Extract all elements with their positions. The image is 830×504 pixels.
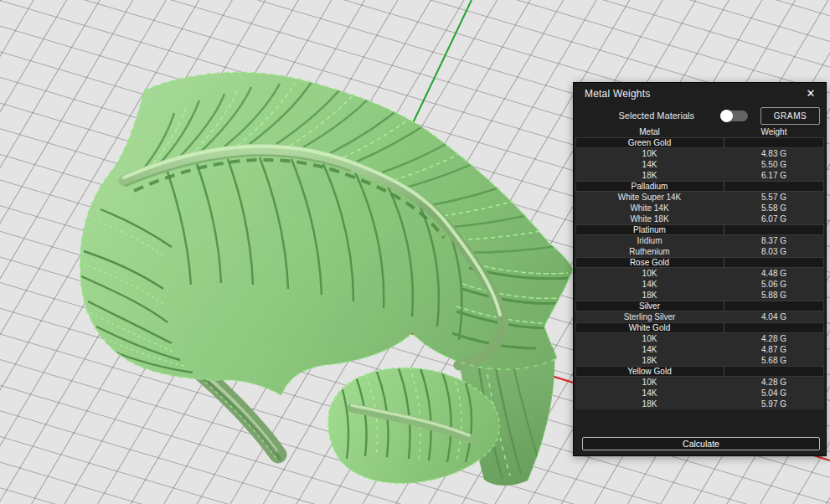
metal-table-body: Green Gold10K4.83 G14K5.50 G18K6.17 GPal… — [575, 137, 824, 409]
metal-group-header: Palladium — [575, 181, 824, 192]
metal-weights-table: Metal Weight Green Gold10K4.83 G14K5.50 … — [575, 126, 824, 409]
metal-row: 18K6.17 G — [575, 170, 824, 181]
units-button[interactable]: GRAMS — [760, 107, 820, 125]
metal-row: 18K5.97 G — [575, 399, 824, 409]
panel-header: Metal Weights ✕ — [574, 83, 826, 105]
column-header-metal: Metal — [575, 126, 724, 137]
metal-row: 10K4.28 G — [575, 333, 824, 344]
metal-row: Iridium8.37 G — [575, 235, 824, 246]
table-header-row: Metal Weight — [575, 126, 824, 137]
metal-group-header: Yellow Gold — [575, 366, 824, 377]
metal-row: 10K4.28 G — [575, 377, 824, 388]
metal-row: 14K5.50 G — [575, 159, 824, 170]
metal-row: White 18K6.07 G — [575, 213, 824, 224]
metal-row: Sterling Silver4.04 G — [575, 311, 824, 322]
metal-row: 18K5.68 G — [575, 355, 824, 366]
metal-row: White 14K5.58 G — [575, 203, 824, 213]
metal-row: 14K5.06 G — [575, 279, 824, 290]
metal-row: 14K5.04 G — [575, 388, 824, 399]
toggle-knob — [720, 110, 733, 122]
metal-row: 18K5.88 G — [575, 290, 824, 301]
panel-controls: Selected Materials GRAMS — [574, 105, 826, 126]
panel-title: Metal Weights — [585, 88, 803, 100]
calculate-button[interactable]: Calculate — [582, 437, 820, 450]
metal-group-header: Silver — [575, 301, 824, 311]
metal-group-header: White Gold — [575, 322, 824, 333]
metal-row: Ruthenium8.03 G — [575, 246, 824, 257]
close-icon[interactable]: ✕ — [803, 86, 818, 101]
metal-row: White Super 14K5.57 G — [575, 192, 824, 203]
metal-group-header: Rose Gold — [575, 257, 824, 268]
metal-row: 10K4.83 G — [575, 148, 824, 159]
metal-row: 14K4.87 G — [575, 344, 824, 355]
app-window: Metal Weights ✕ Selected Materials GRAMS… — [0, 0, 830, 504]
column-header-weight: Weight — [724, 126, 824, 137]
selected-materials-label: Selected Materials — [619, 111, 695, 121]
selected-materials-toggle[interactable] — [720, 111, 748, 121]
metal-row: 10K4.48 G — [575, 268, 824, 279]
metal-group-header: Green Gold — [575, 137, 824, 148]
metal-weights-panel: Metal Weights ✕ Selected Materials GRAMS… — [573, 82, 827, 456]
metal-group-header: Platinum — [575, 224, 824, 235]
